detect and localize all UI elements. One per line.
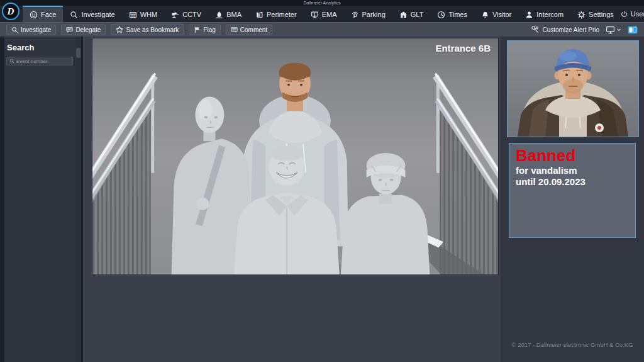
tab-visitor[interactable]: Visitor xyxy=(474,6,518,22)
tab-ema[interactable]: EMA xyxy=(304,6,344,22)
search-icon xyxy=(9,59,14,64)
tab-intercom[interactable]: Intercom xyxy=(518,6,570,22)
camera-scene xyxy=(92,38,498,274)
person-icon xyxy=(525,11,533,19)
tab-label: Parking xyxy=(362,11,386,18)
tab-label: Intercom xyxy=(536,11,564,18)
user-label: User xyxy=(631,10,644,18)
star-icon xyxy=(116,26,123,33)
face-icon xyxy=(30,11,38,19)
tab-label: Visitor xyxy=(492,11,511,18)
power-icon xyxy=(621,11,628,18)
main-navbar: D Face Investigate WHM CCTV BMA Perimete… xyxy=(0,6,644,22)
cctv-camera-icon xyxy=(171,11,179,19)
content-area: Search xyxy=(0,37,644,362)
clock-icon xyxy=(437,11,445,19)
button-label: Customize Alert Prio xyxy=(542,26,599,33)
flag-button[interactable]: Flag xyxy=(189,25,220,35)
tab-label: CCTV xyxy=(182,11,201,18)
tab-label: Perimeter xyxy=(267,11,297,18)
delegate-chat-icon xyxy=(66,26,73,33)
tab-label: GLT xyxy=(411,11,424,18)
tab-investigate[interactable]: Investigate xyxy=(63,6,121,22)
alert-reason: for vandalism xyxy=(516,165,629,176)
window-titlebar: Dallmeier Analytics xyxy=(0,0,644,6)
tab-times[interactable]: Times xyxy=(430,6,474,22)
tab-label: EMA xyxy=(322,11,337,18)
magnifier-icon xyxy=(70,11,78,19)
house-icon xyxy=(399,11,408,19)
button-label: Investigate xyxy=(21,26,51,33)
sidebar-scrollbar xyxy=(75,37,81,362)
main-view: Entrance 6B xyxy=(83,37,501,362)
display-select[interactable] xyxy=(606,26,621,34)
camera-location-label: Entrance 6B xyxy=(435,43,491,54)
building-icon xyxy=(129,11,137,19)
window-title: Dallmeier Analytics xyxy=(303,1,340,5)
alert-until: until 20.09.2023 xyxy=(516,176,629,188)
tab-settings[interactable]: Settings xyxy=(570,6,621,22)
panel-layout-toggle[interactable] xyxy=(628,26,638,34)
logo-letter: D xyxy=(8,6,14,17)
customize-alert-prio-button[interactable]: Customize Alert Prio xyxy=(531,26,599,33)
search-sidebar: Search xyxy=(4,37,75,362)
sidebar-title: Search xyxy=(7,43,75,52)
camera-view[interactable]: Entrance 6B xyxy=(92,38,499,275)
matched-face-image[interactable] xyxy=(507,40,639,137)
gear-icon xyxy=(577,11,586,19)
scrollbar-thumb[interactable] xyxy=(76,48,80,58)
tab-label: WHM xyxy=(140,11,158,18)
alert-message-box: Banned for vandalism until 20.09.2023 xyxy=(509,143,636,238)
button-label: Flag xyxy=(203,26,215,33)
delegate-button[interactable]: Delegate xyxy=(61,25,106,35)
alert-panel: Banned for vandalism until 20.09.2023 © … xyxy=(501,37,644,362)
tab-face[interactable]: Face xyxy=(23,6,63,22)
toolbar-right: Customize Alert Prio xyxy=(531,26,638,34)
tab-parking[interactable]: Parking xyxy=(344,6,392,22)
tab-label: Times xyxy=(448,11,467,18)
alert-title: Banned xyxy=(516,146,629,165)
monitor-icon xyxy=(606,26,615,34)
magnifier-icon xyxy=(11,26,18,33)
parking-icon xyxy=(351,11,359,19)
tab-cctv[interactable]: CCTV xyxy=(164,6,208,22)
chevron-down-icon xyxy=(616,27,621,32)
reference-portrait xyxy=(508,41,638,137)
copyright-notice: © 2017 - Dallmeier electronic GmbH & Co.… xyxy=(501,341,644,348)
search-box xyxy=(6,57,73,65)
nav-tabs: Face Investigate WHM CCTV BMA Perimeter … xyxy=(23,6,621,22)
investigate-button[interactable]: Investigate xyxy=(6,25,56,35)
wrench-icon xyxy=(531,26,539,33)
fire-alarm-icon xyxy=(215,11,223,19)
event-number-input[interactable] xyxy=(16,59,70,64)
action-toolbar: Investigate Delegate Save as Bookmark Fl… xyxy=(0,22,644,37)
tab-label: Settings xyxy=(589,11,614,18)
tab-glt[interactable]: GLT xyxy=(392,6,431,22)
left-edge-strip xyxy=(0,37,4,362)
tab-perimeter[interactable]: Perimeter xyxy=(248,6,304,22)
comment-button[interactable]: Comment xyxy=(226,25,272,35)
save-as-bookmark-button[interactable]: Save as Bookmark xyxy=(111,24,184,35)
nav-right: User 08.11.2016 16:21:51 xyxy=(621,6,644,22)
user-menu[interactable]: User xyxy=(621,10,644,18)
app-logo[interactable]: D xyxy=(2,3,19,20)
tab-bma[interactable]: BMA xyxy=(208,6,248,22)
fence-icon xyxy=(255,11,264,19)
bell-icon xyxy=(481,11,489,19)
button-label: Comment xyxy=(240,26,267,33)
tab-label: BMA xyxy=(226,11,242,18)
comment-icon xyxy=(231,26,238,33)
tab-label: Investigate xyxy=(81,11,114,18)
intrusion-monitor-icon xyxy=(311,11,319,19)
tab-label: Face xyxy=(41,11,56,18)
button-label: Save as Bookmark xyxy=(126,26,179,33)
tab-whm[interactable]: WHM xyxy=(122,6,165,22)
flag-icon xyxy=(194,26,201,33)
button-label: Delegate xyxy=(75,26,101,33)
